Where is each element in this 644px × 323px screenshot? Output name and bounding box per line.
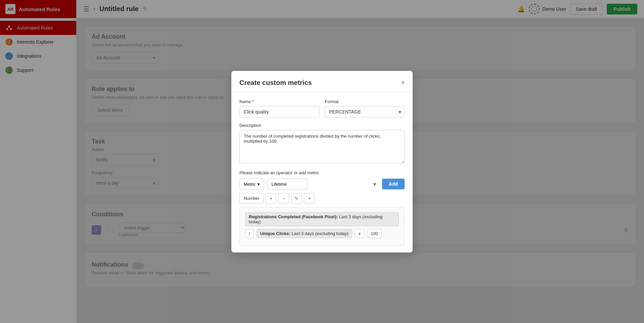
modal-header: Create custom metrics × [231,71,413,92]
format-select[interactable]: PERCENTAGE NUMBER CURRENCY [325,106,405,118]
lifetime-select-wrapper: Lifetime Last 3 days Last 7 days Last 14… [267,179,379,190]
edit-operator-button[interactable]: ✎ [291,193,302,204]
formula-area: Registrations Completed (Facebook Pixel)… [239,207,405,246]
name-label: Name * [239,99,319,104]
plus-operator-button[interactable]: + [266,193,276,204]
modal-title: Create custom metrics [239,79,312,87]
formula-line-1: Registrations Completed (Facebook Pixel)… [245,212,399,226]
metric-dropdown[interactable]: Metric ▾ [239,179,264,190]
format-label: Format [325,99,405,104]
operator-section: Please indicate an operator or add metri… [239,170,405,204]
formula-divide-op: / [245,229,254,238]
minus-operator-button[interactable]: − [278,193,289,204]
name-field-col: Name * [239,99,319,118]
formula-tag-registrations: Registrations Completed (Facebook Pixel)… [245,212,399,226]
add-metric-button[interactable]: Add [382,179,405,189]
number-box: Number [239,193,264,203]
format-field-col: Format PERCENTAGE NUMBER CURRENCY [325,99,405,118]
name-input[interactable] [239,106,319,118]
operator-label: Please indicate an operator or add metri… [239,170,405,175]
close-operator-button[interactable]: × [304,193,315,204]
name-format-row: Name * Format PERCENTAGE NUMBER CURRENCY [239,99,405,118]
chevron-down-icon: ▾ [258,182,260,187]
description-field: Description The number of completed regi… [239,123,405,165]
format-select-wrapper: PERCENTAGE NUMBER CURRENCY [325,106,405,118]
modal-body: Name * Format PERCENTAGE NUMBER CURRENCY [231,92,413,252]
formula-line-2: / Unique Clicks: Last 3 days (excluding … [245,229,399,238]
required-indicator: * [252,99,254,104]
lifetime-select[interactable]: Lifetime Last 3 days Last 7 days Last 14… [267,179,307,190]
formula-tag-unique-clicks: Unique Clicks: Last 3 days (excluding to… [257,229,352,238]
formula-number-100: 100 [367,229,382,238]
formula-multiply-op: x [355,229,365,238]
create-custom-metrics-modal: Create custom metrics × Name * Format [231,71,413,252]
modal-overlay[interactable]: Create custom metrics × Name * Format [0,0,644,323]
description-label: Description [239,123,405,128]
number-operators-row: Number + − ✎ × [239,193,405,204]
modal-close-button[interactable]: × [401,79,405,86]
description-textarea[interactable]: The number of completed registrations di… [239,130,405,164]
metric-lifetime-row: Metric ▾ Lifetime Last 3 days Last 7 day… [239,179,405,190]
